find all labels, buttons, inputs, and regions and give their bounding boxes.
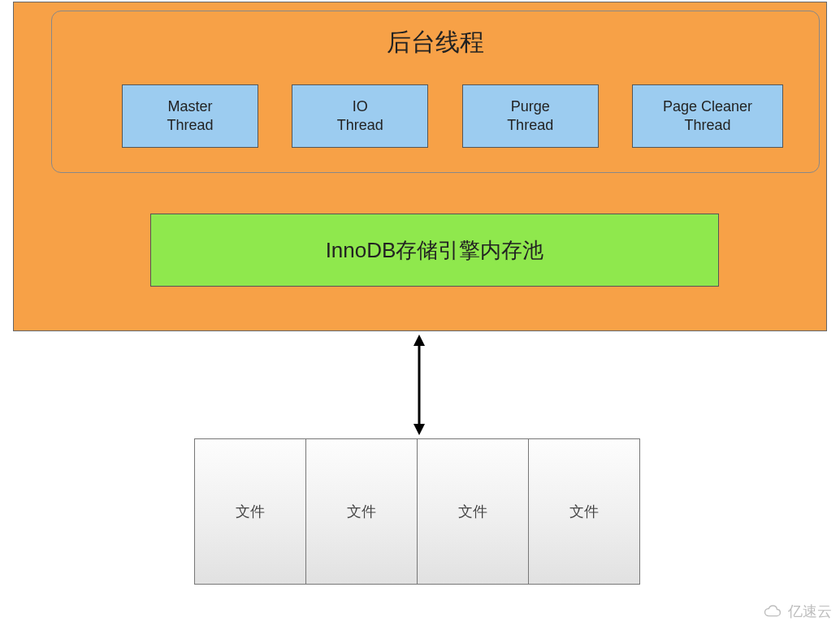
innodb-memory-pool: InnoDB存储引擎内存池 <box>150 214 719 287</box>
thread-label-line1: IO <box>353 98 368 114</box>
svg-marker-2 <box>414 424 425 435</box>
thread-label-line2: Thread <box>684 117 730 133</box>
svg-marker-1 <box>414 335 425 346</box>
thread-label-line1: Purge <box>511 98 550 114</box>
thread-label-line1: Master <box>167 98 212 114</box>
watermark: 亿速云 <box>762 602 832 621</box>
thread-label-line2: Thread <box>507 117 553 133</box>
background-threads-title: 后台线程 <box>52 26 819 59</box>
thread-label-line2: Thread <box>167 117 213 133</box>
master-thread-box: Master Thread <box>122 84 258 148</box>
thread-label-line1: Page Cleaner <box>663 98 752 114</box>
file-cell: 文件 <box>305 438 418 585</box>
files-row: 文件 文件 文件 文件 <box>194 438 640 585</box>
cloud-icon <box>762 604 785 619</box>
watermark-text: 亿速云 <box>788 602 832 621</box>
io-thread-box: IO Thread <box>292 84 428 148</box>
file-cell: 文件 <box>417 438 529 585</box>
threads-row: Master Thread IO Thread Purge Thread Pag… <box>122 84 783 148</box>
file-cell: 文件 <box>528 438 640 585</box>
purge-thread-box: Purge Thread <box>462 84 599 148</box>
architecture-box: 后台线程 Master Thread IO Thread Purge Threa… <box>13 2 827 331</box>
page-cleaner-thread-box: Page Cleaner Thread <box>632 84 783 148</box>
background-threads-frame: 后台线程 Master Thread IO Thread Purge Threa… <box>51 11 820 173</box>
double-arrow-icon <box>411 335 427 435</box>
thread-label-line2: Thread <box>337 117 383 133</box>
file-cell: 文件 <box>194 438 306 585</box>
